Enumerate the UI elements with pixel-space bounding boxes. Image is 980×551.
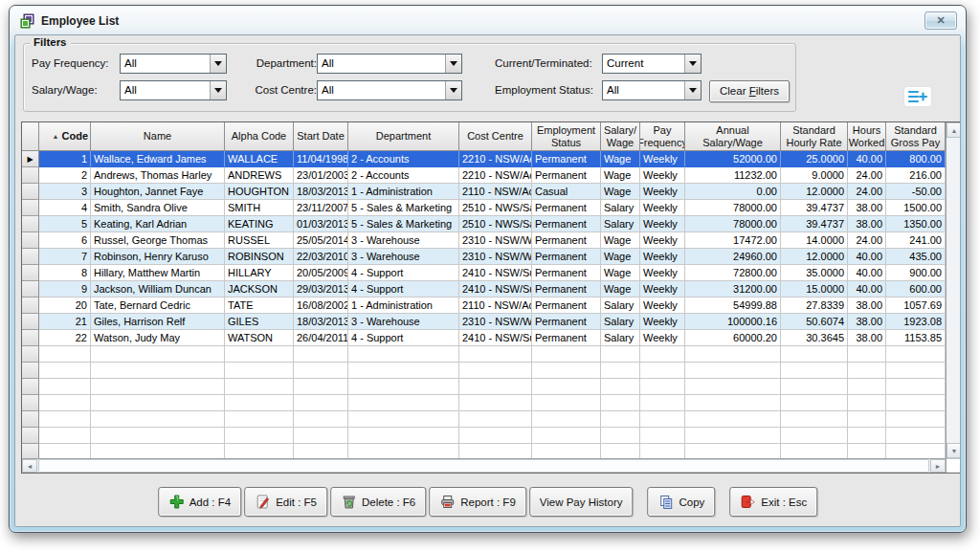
title-bar[interactable]: Employee List ✕ bbox=[14, 7, 961, 34]
vertical-scroll-track[interactable] bbox=[947, 138, 961, 443]
cell-annual-salary-wage: 100000.16 bbox=[685, 314, 781, 330]
view-pay-history-button[interactable]: View Pay History bbox=[529, 487, 634, 517]
scroll-right-button[interactable]: ► bbox=[930, 459, 946, 473]
cell-standard-hourly-rate: 12.0000 bbox=[781, 184, 848, 200]
column-header-department[interactable]: Department bbox=[348, 122, 459, 151]
row-selector[interactable] bbox=[22, 298, 39, 314]
row-selector[interactable] bbox=[22, 314, 39, 330]
cell-code: 3 bbox=[39, 184, 91, 200]
row-selector[interactable] bbox=[22, 200, 39, 216]
row-selector[interactable] bbox=[22, 346, 39, 363]
scroll-up-button[interactable]: ▲ bbox=[947, 122, 961, 138]
scroll-left-button[interactable]: ◄ bbox=[22, 459, 37, 473]
cost-centre-select[interactable]: All bbox=[317, 80, 462, 100]
column-header-name[interactable]: Name bbox=[91, 122, 225, 151]
table-row[interactable]: 4Smith, Sandra OliveSMITH23/11/20075 - S… bbox=[22, 200, 946, 216]
table-row[interactable]: 7Robinson, Henry KarusoROBINSON22/03/201… bbox=[22, 249, 946, 265]
edit-button[interactable]: Edit : F5 bbox=[244, 487, 327, 517]
cell-standard-hourly-rate bbox=[781, 411, 848, 428]
vertical-scrollbar[interactable]: ▲ ▼ bbox=[946, 122, 961, 473]
pay-frequency-select[interactable]: All bbox=[120, 54, 227, 74]
table-row[interactable]: 9Jackson, William DuncanJACKSON29/03/201… bbox=[22, 281, 946, 298]
table-row[interactable]: 8Hillary, Matthew MartinHILLARY20/05/200… bbox=[22, 265, 946, 281]
column-header-pay-frequency[interactable]: Pay Frequency bbox=[640, 122, 685, 151]
cell-standard-hourly-rate: 39.4737 bbox=[781, 200, 848, 216]
cell-cost-centre bbox=[459, 444, 532, 458]
table-row[interactable]: ▶1Wallace, Edward JamesWALLACE11/04/1998… bbox=[22, 151, 946, 167]
cell-pay-frequency bbox=[640, 346, 685, 363]
column-header-salary-wage[interactable]: Salary/ Wage bbox=[601, 122, 640, 151]
cell-cost-centre: 2410 - NSW/Su bbox=[459, 265, 532, 281]
cell-start-date: 23/01/2003 bbox=[294, 167, 348, 184]
column-header-hours-worked[interactable]: Hours Worked bbox=[848, 122, 886, 151]
cell-department bbox=[348, 428, 459, 444]
row-selector[interactable] bbox=[22, 395, 39, 411]
current-terminated-select[interactable]: Current bbox=[602, 54, 702, 74]
add-columns-icon bbox=[907, 89, 928, 104]
cell-standard-gross-pay: 216.00 bbox=[886, 167, 946, 184]
cell-name bbox=[91, 428, 225, 444]
table-row[interactable]: 22Watson, Judy MayWATSON26/04/20114 - Su… bbox=[22, 330, 946, 346]
column-header-annual-salary-wage[interactable]: Annual Salary/Wage bbox=[685, 122, 781, 151]
row-selector[interactable] bbox=[22, 330, 39, 346]
row-selector[interactable] bbox=[22, 281, 39, 298]
row-selector[interactable] bbox=[22, 249, 39, 265]
customize-columns-button[interactable] bbox=[903, 86, 932, 107]
cell-cost-centre bbox=[459, 363, 532, 379]
cell-cost-centre: 2510 - NWS/Sa bbox=[459, 200, 532, 216]
horizontal-scroll-thumb[interactable] bbox=[38, 459, 929, 473]
row-selector[interactable] bbox=[22, 184, 39, 200]
table-row[interactable]: 21Giles, Harrison RelfGILES18/03/20133 -… bbox=[22, 314, 946, 330]
exit-button[interactable]: Exit : Esc bbox=[729, 487, 817, 517]
cell-alpha-code bbox=[225, 363, 294, 379]
row-selector[interactable] bbox=[22, 444, 39, 458]
row-selector[interactable] bbox=[22, 216, 39, 232]
cell-start-date: 26/04/2011 bbox=[294, 330, 348, 346]
report-button[interactable]: Report : F9 bbox=[429, 487, 526, 517]
row-selector[interactable] bbox=[22, 265, 39, 281]
clear-filters-button[interactable]: Clear Filters bbox=[709, 80, 790, 102]
table-row[interactable]: 5Keating, Karl AdrianKEATING01/03/20135 … bbox=[22, 216, 946, 232]
scroll-down-button[interactable]: ▼ bbox=[947, 443, 961, 458]
cell-employment-status bbox=[532, 363, 601, 379]
table-row[interactable]: 3Houghton, Jannet FayeHOUGHTON18/03/2013… bbox=[22, 184, 946, 200]
dropdown-arrow-icon[interactable] bbox=[445, 55, 461, 73]
dropdown-arrow-icon[interactable] bbox=[684, 81, 701, 99]
cell-salary-wage: Salary bbox=[601, 200, 640, 216]
column-header-alpha-code[interactable]: Alpha Code bbox=[225, 122, 294, 151]
dropdown-arrow-icon[interactable] bbox=[684, 55, 701, 73]
add-button[interactable]: Add : F4 bbox=[158, 487, 241, 517]
column-header-code[interactable]: ▲Code bbox=[39, 122, 91, 151]
table-row[interactable]: 2Andrews, Thomas HarleyANDREWS23/01/2003… bbox=[22, 167, 946, 184]
cell-cost-centre bbox=[459, 379, 532, 395]
cell-annual-salary-wage: 78000.00 bbox=[685, 216, 781, 232]
row-selector[interactable] bbox=[22, 232, 39, 249]
salary-wage-select[interactable]: All bbox=[120, 80, 227, 100]
copy-button[interactable]: Copy bbox=[648, 487, 716, 517]
table-row[interactable]: 6Russel, George ThomasRUSSEL25/05/20143 … bbox=[22, 232, 946, 249]
delete-button[interactable]: Delete : F6 bbox=[330, 487, 426, 517]
dropdown-arrow-icon[interactable] bbox=[445, 81, 461, 99]
row-selector[interactable] bbox=[22, 428, 39, 444]
column-header-cost-centre[interactable]: Cost Centre bbox=[459, 122, 532, 151]
cell-annual-salary-wage: 60000.20 bbox=[685, 330, 781, 346]
table-row[interactable]: 20Tate, Bernard CedricTATE16/08/20021 - … bbox=[22, 298, 946, 314]
column-header-employment-status[interactable]: Employment Status bbox=[532, 122, 601, 151]
column-header-standard-hourly-rate[interactable]: Standard Hourly Rate bbox=[781, 122, 848, 151]
row-selector[interactable] bbox=[22, 363, 39, 379]
column-header-standard-gross-pay[interactable]: Standard Gross Pay bbox=[886, 122, 946, 151]
row-selector[interactable]: ▶ bbox=[22, 151, 39, 167]
row-selector[interactable] bbox=[22, 167, 39, 184]
row-selector[interactable] bbox=[22, 379, 39, 395]
dropdown-arrow-icon[interactable] bbox=[210, 81, 226, 99]
employment-status-select[interactable]: All bbox=[602, 80, 702, 100]
column-header-start-date[interactable]: Start Date bbox=[294, 122, 348, 151]
close-button[interactable]: ✕ bbox=[924, 11, 957, 30]
dropdown-arrow-icon[interactable] bbox=[210, 55, 226, 73]
cell-alpha-code bbox=[225, 346, 294, 363]
cell-name: Keating, Karl Adrian bbox=[91, 216, 225, 232]
cell-salary-wage: Wage bbox=[601, 167, 640, 184]
horizontal-scrollbar[interactable]: ◄ ► bbox=[22, 458, 946, 473]
department-select[interactable]: All bbox=[317, 54, 462, 74]
row-selector[interactable] bbox=[22, 411, 39, 428]
